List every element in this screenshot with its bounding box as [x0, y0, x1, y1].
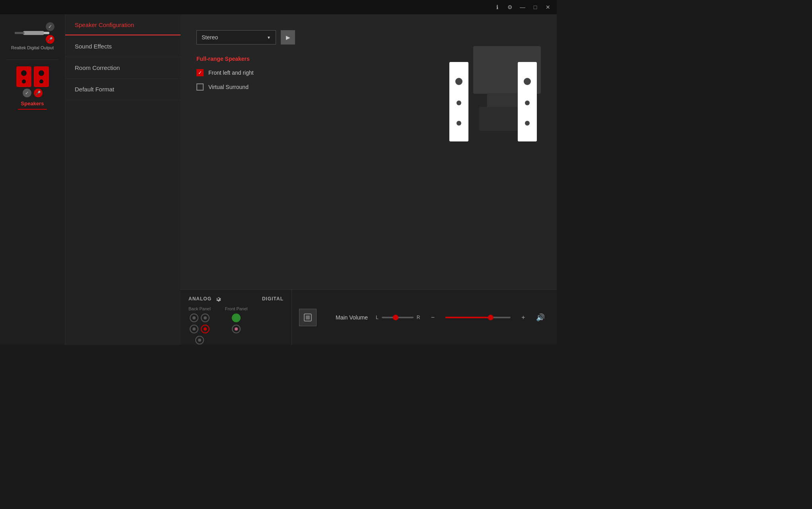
digital-title: DIGITAL	[262, 296, 284, 302]
spk-dot-sm-3	[525, 101, 530, 105]
main-volume-slider[interactable]	[445, 317, 511, 318]
back-panel-label: Back Panel	[188, 306, 211, 311]
svg-rect-0	[23, 31, 45, 35]
volume-plus-button[interactable]: +	[519, 313, 528, 322]
digital-section	[292, 290, 324, 345]
nav-item-speaker-configuration[interactable]: Speaker Configuration	[65, 14, 181, 36]
volume-section: Main Volume L R − + 🔊	[324, 290, 557, 345]
analog-ports-area: Back Panel	[188, 306, 284, 344]
digital-icon	[303, 313, 313, 322]
sidebar: ✓ 🎤 Realtek Digital Output ✓ 🎤 Speakers	[0, 14, 65, 345]
speaker-icons-row	[16, 66, 49, 87]
analog-section: ANALOG DIGITAL Back Panel	[181, 290, 292, 345]
nav-item-default-format[interactable]: Default Format	[65, 79, 181, 100]
window-controls: ℹ ⚙ — □ ✕	[491, 2, 554, 13]
main-volume-wrap	[445, 317, 511, 318]
speaker-badges-row: ✓ 🎤	[23, 89, 43, 97]
speaker-dot-1	[21, 70, 27, 76]
back-panel-port-1[interactable]	[190, 314, 198, 322]
back-panel-port-5[interactable]	[195, 336, 204, 344]
front-panel-label: Front Panel	[225, 306, 248, 311]
front-panel-port-2[interactable]	[232, 325, 241, 333]
nav-menu: Speaker Configuration Sound Effects Room…	[65, 14, 181, 345]
front-panel-ports	[232, 314, 241, 333]
settings-button[interactable]: ⚙	[504, 2, 515, 13]
speaker-box-right	[34, 66, 49, 87]
speakers-underline	[18, 109, 47, 110]
speaker-dot-4	[39, 79, 43, 83]
speaker-dot-2	[22, 79, 26, 83]
volume-minus-button[interactable]: −	[428, 313, 437, 322]
front-panel-col: Front Panel	[225, 306, 248, 333]
volume-label: Main Volume	[336, 314, 368, 321]
front-lr-label: Front left and right	[208, 70, 254, 76]
sidebar-item-realtek[interactable]: ✓ 🎤 Realtek Digital Output	[11, 22, 54, 50]
volume-fill	[445, 317, 488, 318]
nav-item-sound-effects[interactable]: Sound Effects	[65, 36, 181, 57]
spk-dot-sm-4	[525, 121, 530, 126]
sidebar-divider	[6, 60, 58, 60]
bottom-bar: ANALOG DIGITAL Back Panel	[181, 289, 557, 345]
realtek-icon-wrap: ✓ 🎤	[11, 22, 54, 44]
back-panel-port-3[interactable]	[190, 325, 198, 333]
analog-header: ANALOG DIGITAL	[188, 295, 284, 302]
speaker-config-dropdown[interactable]: Stereo ▼	[196, 30, 276, 45]
speaker-mic-badge: 🎤	[34, 89, 43, 97]
front-lr-checkbox[interactable]	[196, 69, 204, 76]
front-panel-port-1[interactable]	[232, 314, 241, 322]
back-panel-port-5-wrap	[195, 336, 204, 344]
speaker-mute-icon[interactable]: 🔊	[536, 313, 545, 322]
balance-slider[interactable]	[382, 317, 414, 318]
content-area: Stereo ▼ ▶ Full-range Speakers Front lef…	[181, 14, 557, 289]
back-panel-port-2[interactable]	[201, 314, 210, 322]
close-button[interactable]: ✕	[542, 2, 554, 13]
volume-l-label: L	[376, 315, 379, 320]
speaker-box-left	[16, 66, 31, 87]
dropdown-value: Stereo	[202, 34, 218, 41]
title-bar: ℹ ⚙ — □ ✕	[0, 0, 557, 14]
main-content: Stereo ▼ ▶ Full-range Speakers Front lef…	[181, 14, 557, 345]
virtual-surround-checkbox[interactable]	[196, 83, 204, 91]
back-panel-pair-1	[190, 314, 210, 322]
volume-r-label: R	[417, 315, 420, 320]
spk-dot-lg-2	[524, 78, 531, 85]
plug-icon	[15, 25, 51, 41]
mic-badge-realtek: 🎤	[46, 35, 54, 44]
analog-title: ANALOG	[188, 296, 212, 302]
info-button[interactable]: ℹ	[491, 2, 503, 13]
speakers-label: Speakers	[21, 101, 44, 106]
check-badge-realtek: ✓	[46, 22, 54, 31]
spk-dot-sm-1	[457, 101, 461, 105]
main-volume-thumb[interactable]	[488, 315, 493, 320]
nav-item-room-correction[interactable]: Room Correction	[65, 57, 181, 79]
play-button[interactable]: ▶	[281, 30, 295, 45]
back-panel-port-4[interactable]	[201, 325, 210, 333]
speaker-diagram	[437, 38, 541, 157]
balance-slider-thumb[interactable]	[393, 315, 398, 320]
speaker-tower-left	[449, 62, 468, 141]
svg-rect-4	[306, 315, 310, 319]
svg-rect-1	[44, 32, 49, 34]
speaker-tower-right	[518, 62, 537, 141]
digital-button[interactable]	[299, 309, 317, 326]
sidebar-item-speakers[interactable]: ✓ 🎤 Speakers	[16, 66, 49, 110]
speaker-dot-3	[39, 70, 44, 76]
volume-lr-wrap: L R	[376, 315, 420, 320]
analog-settings-icon[interactable]	[215, 295, 222, 302]
back-panel-pair-2	[190, 325, 210, 333]
spk-dot-sm-2	[457, 121, 461, 126]
speaker-check-badge: ✓	[23, 89, 31, 97]
dropdown-arrow-icon: ▼	[267, 35, 271, 40]
minimize-button[interactable]: —	[517, 2, 528, 13]
virtual-surround-label: Virtual Surround	[208, 84, 249, 90]
back-panel-ports	[190, 314, 210, 344]
back-panel-col: Back Panel	[188, 306, 211, 344]
maximize-button[interactable]: □	[530, 2, 541, 13]
realtek-label: Realtek Digital Output	[11, 45, 54, 50]
spk-dot-lg-1	[455, 78, 462, 85]
